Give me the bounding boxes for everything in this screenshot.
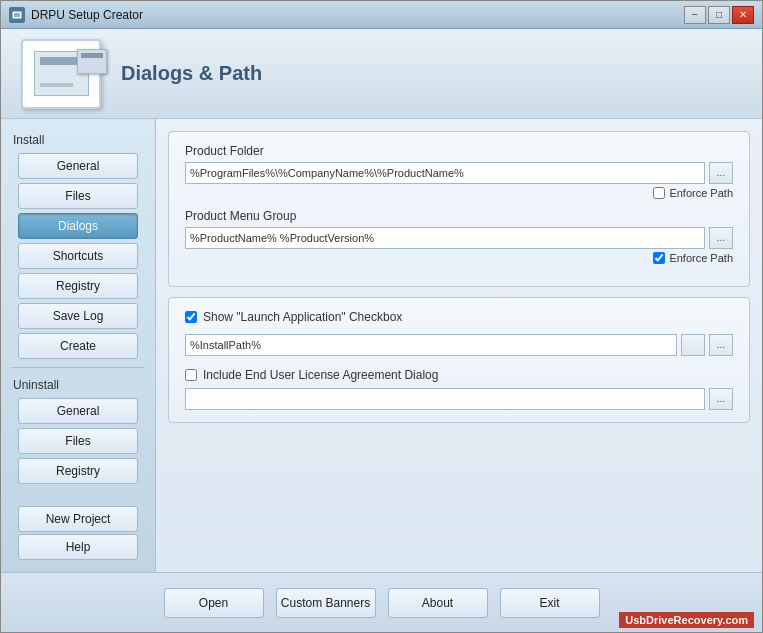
sidebar-item-files[interactable]: Files — [18, 183, 138, 209]
include-eula-checkbox[interactable] — [185, 369, 197, 381]
new-project-button[interactable]: New Project — [18, 506, 138, 532]
sidebar-spacer — [11, 486, 145, 500]
sidebar-item-general[interactable]: General — [18, 153, 138, 179]
page-title: Dialogs & Path — [121, 62, 262, 85]
main-window: DRPU Setup Creator − □ ✕ Dialogs & Path … — [0, 0, 763, 633]
eula-row: Include End User License Agreement Dialo… — [185, 368, 733, 382]
product-menu-row: ... — [185, 227, 733, 249]
sidebar: Install General Files Dialogs Shortcuts … — [1, 119, 156, 572]
titlebar-buttons: − □ ✕ — [684, 6, 754, 24]
eula-path-input[interactable] — [185, 388, 705, 410]
product-folder-input[interactable] — [185, 162, 705, 184]
enforce-path1-checkbox[interactable] — [653, 187, 665, 199]
enforce-path2-row: Enforce Path — [185, 252, 733, 264]
open-button[interactable]: Open — [164, 588, 264, 618]
sidebar-item-dialogs[interactable]: Dialogs — [18, 213, 138, 239]
app-icon — [9, 7, 25, 23]
footer: Open Custom Banners About Exit UsbDriveR… — [1, 572, 762, 632]
svg-rect-1 — [14, 13, 20, 17]
header: Dialogs & Path — [1, 29, 762, 119]
sidebar-item-create[interactable]: Create — [18, 333, 138, 359]
eula-input-row: ... — [185, 388, 733, 410]
sidebar-item-u-files[interactable]: Files — [18, 428, 138, 454]
install-path-browse-button[interactable]: ... — [709, 334, 733, 356]
close-button[interactable]: ✕ — [732, 6, 754, 24]
launch-panel: Show "Launch Application" Checkbox ... I… — [168, 297, 750, 423]
install-path-input[interactable] — [185, 334, 677, 356]
sidebar-item-registry[interactable]: Registry — [18, 273, 138, 299]
include-eula-label[interactable]: Include End User License Agreement Dialo… — [203, 368, 438, 382]
launch-row: Show "Launch Application" Checkbox — [185, 310, 733, 324]
product-folder-browse-button[interactable]: ... — [709, 162, 733, 184]
uninstall-section-label: Uninstall — [11, 378, 145, 392]
install-path-row: ... — [185, 334, 733, 356]
uninstall-divider — [11, 367, 145, 368]
eula-browse-button[interactable]: ... — [709, 388, 733, 410]
window-title: DRPU Setup Creator — [31, 8, 684, 22]
enforce-path2-label[interactable]: Enforce Path — [669, 252, 733, 264]
main-area: Install General Files Dialogs Shortcuts … — [1, 119, 762, 572]
custom-banners-button[interactable]: Custom Banners — [276, 588, 376, 618]
folder-panel: Product Folder ... Enforce Path Product … — [168, 131, 750, 287]
minimize-button[interactable]: − — [684, 6, 706, 24]
content-area: Product Folder ... Enforce Path Product … — [156, 119, 762, 572]
enforce-path1-row: Enforce Path — [185, 187, 733, 199]
product-folder-label: Product Folder — [185, 144, 733, 158]
product-menu-group: Product Menu Group ... Enforce Path — [185, 209, 733, 264]
product-folder-group: Product Folder ... Enforce Path — [185, 144, 733, 199]
product-menu-input[interactable] — [185, 227, 705, 249]
exit-button[interactable]: Exit — [500, 588, 600, 618]
show-launch-checkbox[interactable] — [185, 311, 197, 323]
product-menu-browse-button[interactable]: ... — [709, 227, 733, 249]
install-path-icon-button[interactable] — [681, 334, 705, 356]
titlebar: DRPU Setup Creator − □ ✕ — [1, 1, 762, 29]
watermark: UsbDriveRecovery.com — [619, 612, 754, 628]
about-button[interactable]: About — [388, 588, 488, 618]
show-launch-label[interactable]: Show "Launch Application" Checkbox — [203, 310, 402, 324]
logo-small — [77, 49, 107, 74]
help-button[interactable]: Help — [18, 534, 138, 560]
sidebar-item-savelog[interactable]: Save Log — [18, 303, 138, 329]
product-folder-row: ... — [185, 162, 733, 184]
sidebar-item-u-general[interactable]: General — [18, 398, 138, 424]
sidebar-item-shortcuts[interactable]: Shortcuts — [18, 243, 138, 269]
product-menu-label: Product Menu Group — [185, 209, 733, 223]
maximize-button[interactable]: □ — [708, 6, 730, 24]
enforce-path2-checkbox[interactable] — [653, 252, 665, 264]
app-logo — [21, 39, 101, 109]
enforce-path1-label[interactable]: Enforce Path — [669, 187, 733, 199]
sidebar-item-u-registry[interactable]: Registry — [18, 458, 138, 484]
install-section-label: Install — [11, 133, 145, 147]
sidebar-bottom: New Project Help — [11, 504, 145, 562]
